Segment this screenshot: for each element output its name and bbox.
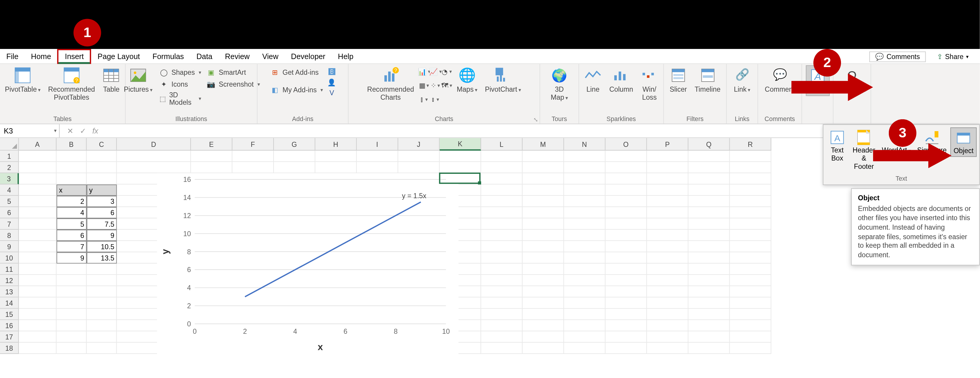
column-header-Q[interactable]: Q [688,138,730,151]
name-box[interactable]: K3▾ [0,124,60,137]
combo-chart-icon[interactable]: ⫾ [430,94,441,104]
row-header-8[interactable]: 8 [0,230,19,241]
row-header-3[interactable]: 3 [0,173,19,184]
cell-C6[interactable]: 6 [87,207,117,218]
share-button[interactable]: ⇪Share ▾ [932,52,974,61]
pivotchart-button[interactable]: PivotChart [482,65,523,95]
hierarchy-chart-icon[interactable]: ▦ [419,80,429,91]
column-header-H[interactable]: H [315,138,357,151]
comments-button[interactable]: 💬Comments [870,51,926,62]
sparkline-winloss-button[interactable]: Win/ Loss [638,65,661,103]
3d-models-button[interactable]: ⬚3D Models [158,91,202,107]
select-all-corner[interactable] [0,138,19,151]
column-header-L[interactable]: L [481,138,523,151]
tab-data[interactable]: Data [190,49,219,64]
sparkline-column-button[interactable]: Column [607,65,635,95]
row-header-13[interactable]: 13 [0,286,19,297]
charts-dialog-launcher-icon[interactable]: ⤡ [533,117,538,123]
column-header-E[interactable]: E [191,138,232,151]
scatter-chart-icon[interactable]: ⁘ [430,80,441,91]
link-button[interactable]: 🔗Link [731,65,753,95]
column-header-B[interactable]: B [56,138,87,151]
visio-icon[interactable]: V [327,88,337,98]
cell-C8[interactable]: 9 [87,230,117,241]
get-addins-button[interactable]: ⊞Get Add-ins [269,67,324,78]
sparkline-line-button[interactable]: Line [582,65,605,95]
row-header-12[interactable]: 12 [0,275,19,286]
row-header-2[interactable]: 2 [0,162,19,173]
recommended-pivottables-button[interactable]: ?Recommended PivotTables [46,65,98,103]
column-header-C[interactable]: C [87,138,117,151]
column-chart-icon[interactable]: 📊 [419,67,429,76]
tab-help[interactable]: Help [332,49,360,64]
tab-review[interactable]: Review [219,49,256,64]
tab-home[interactable]: Home [25,49,57,64]
cell-B6[interactable]: 4 [56,207,87,218]
maps-button[interactable]: 🌐Maps [454,65,480,95]
smartart-button[interactable]: ▣SmartArt [205,67,261,78]
tab-view[interactable]: View [256,49,285,64]
shapes-button[interactable]: ◯Shapes [158,67,202,78]
column-header-I[interactable]: I [357,138,398,151]
3d-map-button[interactable]: 🌍3D Map [548,65,571,103]
my-addins-button[interactable]: ◧My Add-ins [269,84,324,95]
column-header-F[interactable]: F [232,138,274,151]
row-header-4[interactable]: 4 [0,184,19,196]
column-header-M[interactable]: M [523,138,564,151]
tab-formulas[interactable]: Formulas [146,49,190,64]
cell-B8[interactable]: 6 [56,230,87,241]
cell-C4[interactable]: y [87,184,117,196]
pie-chart-icon[interactable]: ◔ [442,67,452,76]
column-header-K[interactable]: K [440,138,481,151]
map-chart-icon[interactable]: 🗺 [442,80,452,91]
row-header-6[interactable]: 6 [0,207,19,218]
object-button[interactable]: Object [950,127,977,157]
column-header-J[interactable]: J [398,138,440,151]
cell-B10[interactable]: 9 [56,252,87,264]
row-header-11[interactable]: 11 [0,264,19,275]
cell-C10[interactable]: 13.5 [87,252,117,264]
column-header-P[interactable]: P [647,138,688,151]
column-header-R[interactable]: R [730,138,772,151]
tab-page-layout[interactable]: Page Layout [91,49,146,64]
row-header-16[interactable]: 16 [0,320,19,332]
cell-B5[interactable]: 2 [56,196,87,207]
row-header-9[interactable]: 9 [0,241,19,252]
pictures-button[interactable]: Pictures [121,65,155,95]
tab-developer[interactable]: Developer [285,49,332,64]
tab-file[interactable]: File [0,49,25,64]
line-chart-icon[interactable]: 📈 [430,67,441,76]
enter-icon[interactable]: ✓ [80,126,86,135]
timeline-button[interactable]: Timeline [692,65,723,95]
column-header-G[interactable]: G [274,138,315,151]
pivottable-button[interactable]: PivotTable [2,65,43,95]
row-header-17[interactable]: 17 [0,332,19,343]
column-header-A[interactable]: A [19,138,56,151]
cancel-icon[interactable]: ✕ [67,126,73,135]
recommended-charts-button[interactable]: ?Recommended Charts [365,65,417,103]
row-header-18[interactable]: 18 [0,343,19,354]
row-header-15[interactable]: 15 [0,309,19,320]
row-header-14[interactable]: 14 [0,298,19,309]
cell-C5[interactable]: 3 [87,196,117,207]
cell-B7[interactable]: 5 [56,218,87,230]
cell-C9[interactable]: 10.5 [87,241,117,252]
row-header-7[interactable]: 7 [0,218,19,230]
fx-icon[interactable]: fx [92,126,98,135]
bing-maps-icon[interactable]: 🅱 [327,67,337,76]
row-header-10[interactable]: 10 [0,252,19,264]
row-header-1[interactable]: 1 [0,151,19,162]
cell-selection[interactable] [439,173,480,184]
row-header-5[interactable]: 5 [0,196,19,207]
screenshot-button[interactable]: 📷Screenshot [205,78,261,90]
column-header-N[interactable]: N [564,138,606,151]
column-header-O[interactable]: O [606,138,647,151]
column-header-D[interactable]: D [117,138,191,151]
icons-button[interactable]: ✦Icons [158,78,202,90]
people-graph-icon[interactable]: 👤 [327,77,337,87]
cell-B4[interactable]: x [56,184,87,196]
stat-chart-icon[interactable]: ⫿ [419,94,429,104]
tab-insert[interactable]: Insert [57,49,91,64]
text-box-button[interactable]: AText Box [826,127,848,164]
cell-C7[interactable]: 7.5 [87,218,117,230]
